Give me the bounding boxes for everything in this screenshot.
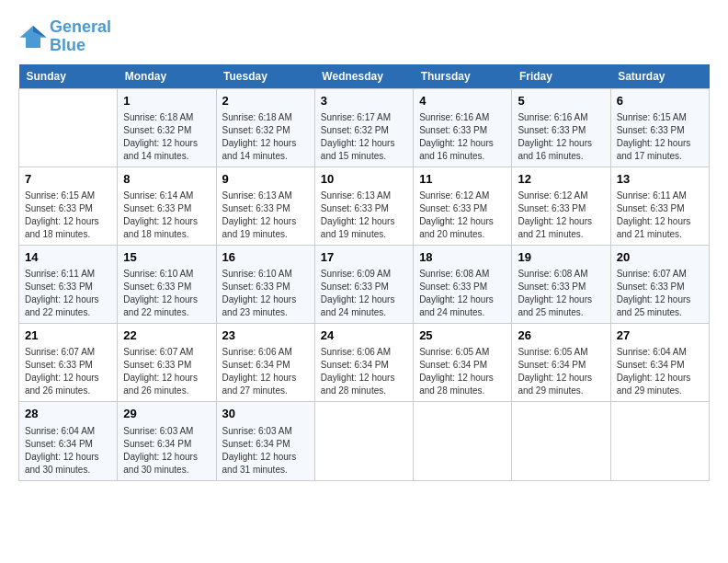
calendar-cell: 13Sunrise: 6:11 AMSunset: 6:33 PMDayligh… xyxy=(610,167,709,245)
day-info: Sunrise: 6:14 AMSunset: 6:33 PMDaylight:… xyxy=(123,190,210,241)
calendar-cell: 7Sunrise: 6:15 AMSunset: 6:33 PMDaylight… xyxy=(19,167,118,245)
calendar-cell: 20Sunrise: 6:07 AMSunset: 6:33 PMDayligh… xyxy=(610,245,709,323)
calendar-cell: 14Sunrise: 6:11 AMSunset: 6:33 PMDayligh… xyxy=(19,245,118,323)
day-of-week-header: Friday xyxy=(512,64,610,89)
day-number: 22 xyxy=(123,327,210,344)
calendar-cell xyxy=(19,88,118,167)
calendar-week-row: 28Sunrise: 6:04 AMSunset: 6:34 PMDayligh… xyxy=(19,402,710,480)
day-number: 5 xyxy=(518,93,604,109)
day-info: Sunrise: 6:12 AMSunset: 6:33 PMDaylight:… xyxy=(419,190,506,241)
calendar-cell xyxy=(414,402,512,480)
day-number: 28 xyxy=(25,406,111,422)
day-info: Sunrise: 6:06 AMSunset: 6:34 PMDaylight:… xyxy=(321,346,407,397)
calendar-cell: 28Sunrise: 6:04 AMSunset: 6:34 PMDayligh… xyxy=(19,402,118,480)
day-number: 16 xyxy=(222,249,309,266)
day-number: 24 xyxy=(321,327,407,344)
calendar-cell: 23Sunrise: 6:06 AMSunset: 6:34 PMDayligh… xyxy=(216,324,314,402)
day-info: Sunrise: 6:10 AMSunset: 6:33 PMDaylight:… xyxy=(222,268,309,319)
day-number: 2 xyxy=(222,93,309,109)
day-number: 27 xyxy=(617,327,703,344)
calendar-header-row: SundayMondayTuesdayWednesdayThursdayFrid… xyxy=(19,64,710,89)
calendar-cell: 27Sunrise: 6:04 AMSunset: 6:34 PMDayligh… xyxy=(610,324,709,402)
day-info: Sunrise: 6:03 AMSunset: 6:34 PMDaylight:… xyxy=(222,425,309,477)
day-number: 3 xyxy=(321,93,407,109)
day-info: Sunrise: 6:04 AMSunset: 6:34 PMDaylight:… xyxy=(25,425,111,477)
calendar-cell: 2Sunrise: 6:18 AMSunset: 6:32 PMDaylight… xyxy=(216,88,314,167)
day-info: Sunrise: 6:11 AMSunset: 6:33 PMDaylight:… xyxy=(617,190,703,241)
day-info: Sunrise: 6:05 AMSunset: 6:34 PMDaylight:… xyxy=(518,346,604,397)
day-of-week-header: Tuesday xyxy=(216,64,314,89)
day-info: Sunrise: 6:18 AMSunset: 6:32 PMDaylight:… xyxy=(222,111,309,163)
day-of-week-header: Thursday xyxy=(414,64,512,89)
day-info: Sunrise: 6:07 AMSunset: 6:33 PMDaylight:… xyxy=(617,268,703,319)
day-info: Sunrise: 6:06 AMSunset: 6:34 PMDaylight:… xyxy=(222,346,309,397)
day-number: 23 xyxy=(222,327,309,344)
day-number: 18 xyxy=(419,249,506,266)
day-info: Sunrise: 6:16 AMSunset: 6:33 PMDaylight:… xyxy=(518,111,604,163)
calendar-cell: 30Sunrise: 6:03 AMSunset: 6:34 PMDayligh… xyxy=(216,402,314,480)
day-number: 8 xyxy=(123,171,210,188)
day-number: 15 xyxy=(123,249,210,266)
calendar-cell: 12Sunrise: 6:12 AMSunset: 6:33 PMDayligh… xyxy=(512,167,610,245)
calendar-week-row: 1Sunrise: 6:18 AMSunset: 6:32 PMDaylight… xyxy=(19,88,710,167)
day-info: Sunrise: 6:08 AMSunset: 6:33 PMDaylight:… xyxy=(518,268,604,319)
day-info: Sunrise: 6:03 AMSunset: 6:34 PMDaylight:… xyxy=(123,425,210,477)
calendar-cell: 29Sunrise: 6:03 AMSunset: 6:34 PMDayligh… xyxy=(118,402,216,480)
calendar-cell: 11Sunrise: 6:12 AMSunset: 6:33 PMDayligh… xyxy=(414,167,512,245)
day-number: 25 xyxy=(419,327,506,344)
calendar-cell: 5Sunrise: 6:16 AMSunset: 6:33 PMDaylight… xyxy=(512,88,610,167)
day-info: Sunrise: 6:13 AMSunset: 6:33 PMDaylight:… xyxy=(321,190,407,241)
calendar-cell: 26Sunrise: 6:05 AMSunset: 6:34 PMDayligh… xyxy=(512,324,610,402)
logo-icon xyxy=(18,24,48,50)
day-info: Sunrise: 6:13 AMSunset: 6:33 PMDaylight:… xyxy=(222,190,309,241)
day-number: 21 xyxy=(25,327,111,344)
calendar-cell: 3Sunrise: 6:17 AMSunset: 6:32 PMDaylight… xyxy=(314,88,413,167)
day-info: Sunrise: 6:07 AMSunset: 6:33 PMDaylight:… xyxy=(25,346,111,397)
calendar-cell: 18Sunrise: 6:08 AMSunset: 6:33 PMDayligh… xyxy=(414,245,512,323)
calendar-cell: 19Sunrise: 6:08 AMSunset: 6:33 PMDayligh… xyxy=(512,245,610,323)
day-of-week-header: Sunday xyxy=(19,64,118,89)
day-info: Sunrise: 6:18 AMSunset: 6:32 PMDaylight:… xyxy=(123,111,210,163)
day-number: 14 xyxy=(25,249,111,266)
calendar-cell: 10Sunrise: 6:13 AMSunset: 6:33 PMDayligh… xyxy=(314,167,413,245)
calendar-table: SundayMondayTuesdayWednesdayThursdayFrid… xyxy=(18,64,710,481)
day-of-week-header: Monday xyxy=(118,64,216,89)
day-number: 7 xyxy=(25,171,111,188)
day-number: 1 xyxy=(123,93,210,109)
day-number: 12 xyxy=(518,171,604,188)
day-number: 20 xyxy=(617,249,703,266)
calendar-cell: 6Sunrise: 6:15 AMSunset: 6:33 PMDaylight… xyxy=(610,88,709,167)
day-number: 26 xyxy=(518,327,604,344)
day-number: 30 xyxy=(222,406,309,422)
calendar-cell: 4Sunrise: 6:16 AMSunset: 6:33 PMDaylight… xyxy=(414,88,512,167)
day-info: Sunrise: 6:17 AMSunset: 6:32 PMDaylight:… xyxy=(321,111,407,163)
calendar-cell xyxy=(610,402,709,480)
calendar-cell: 15Sunrise: 6:10 AMSunset: 6:33 PMDayligh… xyxy=(118,245,216,323)
day-info: Sunrise: 6:05 AMSunset: 6:34 PMDaylight:… xyxy=(419,346,506,397)
day-number: 4 xyxy=(419,93,506,109)
calendar-cell: 8Sunrise: 6:14 AMSunset: 6:33 PMDaylight… xyxy=(118,167,216,245)
calendar-cell: 17Sunrise: 6:09 AMSunset: 6:33 PMDayligh… xyxy=(314,245,413,323)
day-number: 10 xyxy=(321,171,407,188)
day-number: 19 xyxy=(518,249,604,266)
day-info: Sunrise: 6:15 AMSunset: 6:33 PMDaylight:… xyxy=(25,190,111,241)
calendar-cell: 25Sunrise: 6:05 AMSunset: 6:34 PMDayligh… xyxy=(414,324,512,402)
calendar-cell: 21Sunrise: 6:07 AMSunset: 6:33 PMDayligh… xyxy=(19,324,118,402)
day-info: Sunrise: 6:11 AMSunset: 6:33 PMDaylight:… xyxy=(25,268,111,319)
day-info: Sunrise: 6:08 AMSunset: 6:33 PMDaylight:… xyxy=(419,268,506,319)
day-number: 29 xyxy=(123,406,210,422)
day-number: 13 xyxy=(617,171,703,188)
calendar-cell xyxy=(314,402,413,480)
calendar-cell xyxy=(512,402,610,480)
logo-text: General Blue xyxy=(50,18,111,55)
day-number: 17 xyxy=(321,249,407,266)
calendar-week-row: 21Sunrise: 6:07 AMSunset: 6:33 PMDayligh… xyxy=(19,324,710,402)
calendar-cell: 9Sunrise: 6:13 AMSunset: 6:33 PMDaylight… xyxy=(216,167,314,245)
logo: General Blue xyxy=(18,18,111,55)
day-info: Sunrise: 6:12 AMSunset: 6:33 PMDaylight:… xyxy=(518,190,604,241)
day-of-week-header: Wednesday xyxy=(314,64,413,89)
day-number: 9 xyxy=(222,171,309,188)
day-info: Sunrise: 6:15 AMSunset: 6:33 PMDaylight:… xyxy=(617,111,703,163)
calendar-cell: 16Sunrise: 6:10 AMSunset: 6:33 PMDayligh… xyxy=(216,245,314,323)
day-info: Sunrise: 6:09 AMSunset: 6:33 PMDaylight:… xyxy=(321,268,407,319)
